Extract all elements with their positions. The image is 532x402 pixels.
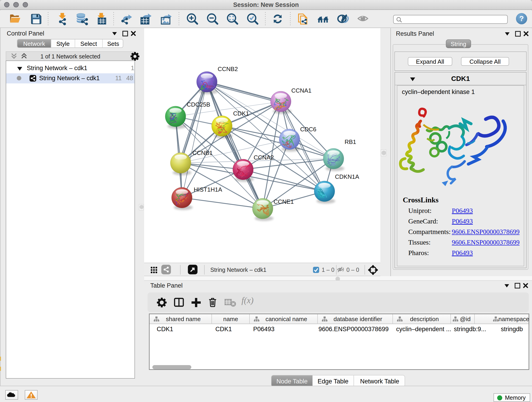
svg-text:CCNA1: CCNA1 [291, 87, 311, 94]
svg-text:HIST1H1A: HIST1H1A [194, 186, 222, 193]
svg-text:RB1: RB1 [345, 138, 356, 145]
svg-text:CCNB1: CCNB1 [192, 149, 213, 156]
svg-text:CCNB2: CCNB2 [218, 65, 238, 72]
svg-text:CDC6: CDC6 [300, 126, 317, 133]
svg-text:CDK1: CDK1 [233, 110, 249, 117]
svg-text:CCNA2: CCNA2 [254, 154, 274, 161]
svg-text:CDKN1A: CDKN1A [335, 173, 359, 180]
svg-text:CCNE1: CCNE1 [273, 198, 294, 205]
svg-text:CDC25B: CDC25B [187, 101, 210, 108]
